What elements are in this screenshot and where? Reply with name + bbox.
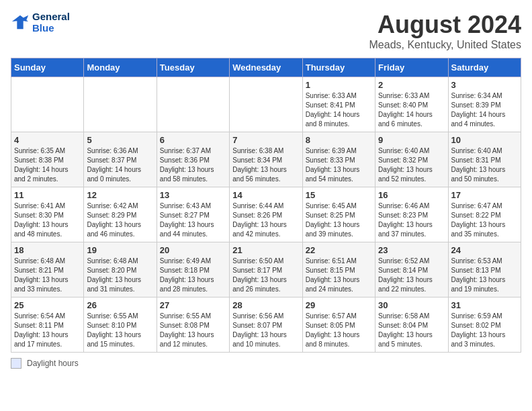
calendar-cell: 7Sunrise: 6:38 AM Sunset: 8:34 PM Daylig… [230, 132, 302, 187]
day-info: Sunrise: 6:46 AM Sunset: 8:23 PM Dayligh… [378, 201, 445, 239]
calendar-cell [11, 77, 84, 132]
day-number: 12 [87, 190, 153, 200]
calendar-header-row: SundayMondayTuesdayWednesdayThursdayFrid… [11, 58, 521, 77]
day-number: 21 [232, 245, 299, 255]
calendar-cell: 14Sunrise: 6:44 AM Sunset: 8:26 PM Dayli… [230, 187, 302, 242]
day-number: 14 [232, 190, 299, 200]
day-info: Sunrise: 6:56 AM Sunset: 8:07 PM Dayligh… [232, 312, 299, 349]
calendar-cell: 18Sunrise: 6:48 AM Sunset: 8:21 PM Dayli… [11, 242, 84, 298]
day-number: 17 [451, 190, 518, 200]
title-area: August 2024 Meads, Kentucky, United Stat… [369, 11, 521, 51]
day-info: Sunrise: 6:42 AM Sunset: 8:29 PM Dayligh… [87, 201, 153, 239]
day-info: Sunrise: 6:48 AM Sunset: 8:21 PM Dayligh… [14, 257, 81, 294]
day-info: Sunrise: 6:39 AM Sunset: 8:33 PM Dayligh… [306, 146, 372, 184]
day-info: Sunrise: 6:36 AM Sunset: 8:37 PM Dayligh… [87, 146, 153, 184]
calendar-cell: 21Sunrise: 6:50 AM Sunset: 8:17 PM Dayli… [230, 242, 302, 298]
calendar-cell: 22Sunrise: 6:51 AM Sunset: 8:15 PM Dayli… [302, 242, 375, 298]
day-number: 25 [14, 300, 81, 310]
calendar-cell: 27Sunrise: 6:55 AM Sunset: 8:08 PM Dayli… [157, 298, 229, 353]
calendar-cell: 31Sunrise: 6:59 AM Sunset: 8:02 PM Dayli… [448, 298, 521, 353]
day-info: Sunrise: 6:52 AM Sunset: 8:14 PM Dayligh… [378, 257, 445, 294]
day-info: Sunrise: 6:33 AM Sunset: 8:41 PM Dayligh… [306, 91, 372, 129]
day-info: Sunrise: 6:50 AM Sunset: 8:17 PM Dayligh… [232, 257, 299, 294]
calendar-cell: 3Sunrise: 6:34 AM Sunset: 8:39 PM Daylig… [448, 77, 521, 132]
calendar-cell: 8Sunrise: 6:39 AM Sunset: 8:33 PM Daylig… [302, 132, 375, 187]
calendar-cell: 9Sunrise: 6:40 AM Sunset: 8:32 PM Daylig… [375, 132, 448, 187]
day-info: Sunrise: 6:38 AM Sunset: 8:34 PM Dayligh… [232, 146, 299, 184]
calendar-cell: 6Sunrise: 6:37 AM Sunset: 8:36 PM Daylig… [157, 132, 229, 187]
calendar-cell: 19Sunrise: 6:48 AM Sunset: 8:20 PM Dayli… [84, 242, 157, 298]
day-number: 22 [306, 245, 372, 255]
week-row-3: 11Sunrise: 6:41 AM Sunset: 8:30 PM Dayli… [11, 187, 521, 242]
column-header-thursday: Thursday [302, 58, 375, 77]
calendar-body: 1Sunrise: 6:33 AM Sunset: 8:41 PM Daylig… [11, 77, 521, 353]
day-info: Sunrise: 6:43 AM Sunset: 8:27 PM Dayligh… [160, 201, 226, 239]
day-number: 30 [378, 300, 445, 310]
day-info: Sunrise: 6:54 AM Sunset: 8:11 PM Dayligh… [14, 312, 81, 349]
column-header-sunday: Sunday [11, 58, 84, 77]
day-info: Sunrise: 6:47 AM Sunset: 8:22 PM Dayligh… [451, 201, 518, 239]
footer: Daylight hours [11, 358, 521, 369]
subtitle: Meads, Kentucky, United States [369, 39, 521, 51]
week-row-1: 1Sunrise: 6:33 AM Sunset: 8:41 PM Daylig… [11, 77, 521, 132]
day-number: 4 [14, 135, 81, 145]
day-info: Sunrise: 6:57 AM Sunset: 8:05 PM Dayligh… [306, 312, 372, 349]
day-info: Sunrise: 6:45 AM Sunset: 8:25 PM Dayligh… [306, 201, 372, 239]
day-number: 19 [87, 245, 153, 255]
calendar-cell: 1Sunrise: 6:33 AM Sunset: 8:41 PM Daylig… [302, 77, 375, 132]
calendar-cell: 2Sunrise: 6:33 AM Sunset: 8:40 PM Daylig… [375, 77, 448, 132]
day-number: 7 [232, 135, 299, 145]
day-info: Sunrise: 6:51 AM Sunset: 8:15 PM Dayligh… [306, 257, 372, 294]
calendar-cell: 29Sunrise: 6:57 AM Sunset: 8:05 PM Dayli… [302, 298, 375, 353]
day-number: 29 [306, 300, 372, 310]
logo-bird-icon [11, 13, 30, 32]
calendar-cell [157, 77, 229, 132]
day-info: Sunrise: 6:55 AM Sunset: 8:08 PM Dayligh… [160, 312, 226, 349]
calendar-cell: 30Sunrise: 6:58 AM Sunset: 8:04 PM Dayli… [375, 298, 448, 353]
day-number: 10 [451, 135, 518, 145]
day-info: Sunrise: 6:35 AM Sunset: 8:38 PM Dayligh… [14, 146, 81, 184]
calendar-cell: 23Sunrise: 6:52 AM Sunset: 8:14 PM Dayli… [375, 242, 448, 298]
day-number: 24 [451, 245, 518, 255]
day-number: 28 [232, 300, 299, 310]
calendar-cell: 11Sunrise: 6:41 AM Sunset: 8:30 PM Dayli… [11, 187, 84, 242]
day-info: Sunrise: 6:48 AM Sunset: 8:20 PM Dayligh… [87, 257, 153, 294]
calendar-cell: 25Sunrise: 6:54 AM Sunset: 8:11 PM Dayli… [11, 298, 84, 353]
day-number: 18 [14, 245, 81, 255]
calendar-cell: 24Sunrise: 6:53 AM Sunset: 8:13 PM Dayli… [448, 242, 521, 298]
day-number: 2 [378, 80, 445, 90]
day-info: Sunrise: 6:41 AM Sunset: 8:30 PM Dayligh… [14, 201, 81, 239]
calendar-cell [84, 77, 157, 132]
calendar-cell: 17Sunrise: 6:47 AM Sunset: 8:22 PM Dayli… [448, 187, 521, 242]
calendar-cell [230, 77, 302, 132]
logo-text: General Blue [32, 11, 70, 34]
week-row-2: 4Sunrise: 6:35 AM Sunset: 8:38 PM Daylig… [11, 132, 521, 187]
day-info: Sunrise: 6:53 AM Sunset: 8:13 PM Dayligh… [451, 257, 518, 294]
day-info: Sunrise: 6:59 AM Sunset: 8:02 PM Dayligh… [451, 312, 518, 349]
day-number: 5 [87, 135, 153, 145]
day-number: 20 [160, 245, 226, 255]
day-number: 6 [160, 135, 226, 145]
day-info: Sunrise: 6:55 AM Sunset: 8:10 PM Dayligh… [87, 312, 153, 349]
day-number: 27 [160, 300, 226, 310]
day-number: 11 [14, 190, 81, 200]
column-header-monday: Monday [84, 58, 157, 77]
day-info: Sunrise: 6:34 AM Sunset: 8:39 PM Dayligh… [451, 91, 518, 129]
day-number: 15 [306, 190, 372, 200]
day-number: 16 [378, 190, 445, 200]
day-number: 26 [87, 300, 153, 310]
column-header-wednesday: Wednesday [230, 58, 302, 77]
calendar-cell: 20Sunrise: 6:49 AM Sunset: 8:18 PM Dayli… [157, 242, 229, 298]
day-number: 1 [306, 80, 372, 90]
calendar-cell: 28Sunrise: 6:56 AM Sunset: 8:07 PM Dayli… [230, 298, 302, 353]
header: General Blue August 2024 Meads, Kentucky… [11, 11, 521, 51]
column-header-tuesday: Tuesday [157, 58, 229, 77]
day-number: 9 [378, 135, 445, 145]
legend-box [11, 358, 21, 369]
legend-label: Daylight hours [27, 359, 79, 368]
day-info: Sunrise: 6:44 AM Sunset: 8:26 PM Dayligh… [232, 201, 299, 239]
logo: General Blue [11, 11, 70, 34]
day-number: 13 [160, 190, 226, 200]
day-info: Sunrise: 6:58 AM Sunset: 8:04 PM Dayligh… [378, 312, 445, 349]
week-row-5: 25Sunrise: 6:54 AM Sunset: 8:11 PM Dayli… [11, 298, 521, 353]
